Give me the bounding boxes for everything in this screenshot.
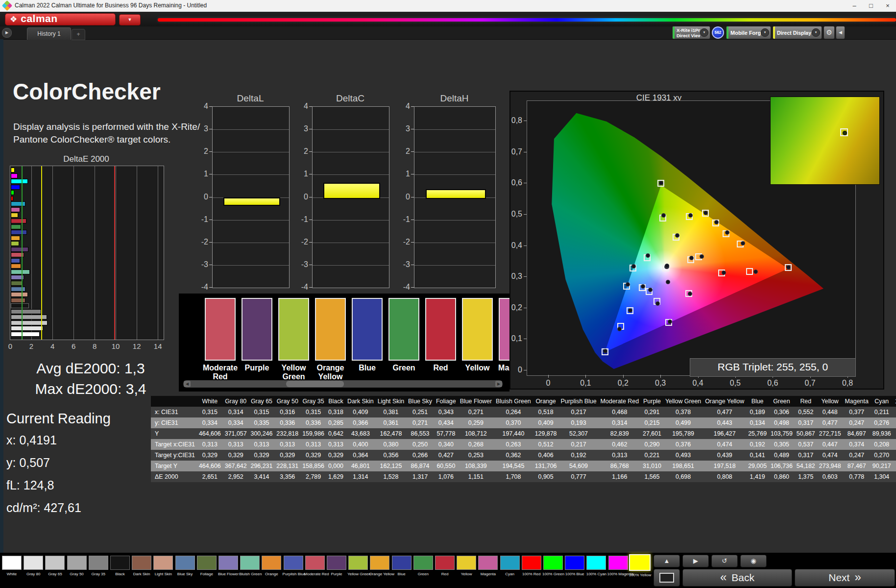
swatch-blue[interactable] [352, 298, 383, 361]
palette-patch [565, 556, 584, 570]
back-button[interactable]: « Back [682, 569, 792, 587]
palette-item-black[interactable]: Black [109, 556, 131, 576]
swatch-orange-yellow[interactable] [315, 298, 346, 361]
palette-item-blue[interactable]: Blue [391, 556, 412, 576]
play-icon: ▶ [693, 557, 698, 564]
table-cell: 0,642 [326, 428, 345, 439]
table-cell: 0,313 [274, 439, 300, 450]
table-cell: 1,166 [599, 471, 641, 482]
source-dropdown[interactable]: Mobile Forge ▼ [726, 26, 771, 39]
table-cell: 0,512 [533, 439, 559, 450]
palette-item-cyan[interactable]: Cyan [499, 556, 521, 576]
palette-item-dark-skin[interactable]: Dark Skin [131, 556, 152, 576]
axis-tick [411, 129, 414, 129]
palette-item-orange-yellow[interactable]: Orange Yellow [369, 556, 390, 576]
palette-item-green[interactable]: Green [412, 556, 434, 576]
table-row: ΔE 20002,6512,9523,4143,3562,7891,6291,3… [151, 471, 896, 482]
source-label: Mobile Forge [728, 30, 761, 36]
palette-item-orange[interactable]: Orange [261, 556, 282, 576]
palette-item-magenta[interactable]: Magenta [477, 556, 499, 576]
maximize-button[interactable]: □ [863, 0, 879, 11]
axis-tick-label: 0,5 [506, 210, 522, 219]
record-button[interactable]: ◉ [740, 555, 767, 567]
palette-item-gray-35[interactable]: Gray 35 [88, 556, 109, 576]
axis-tick [309, 242, 312, 243]
scroll-right-icon[interactable]: ▶ [495, 381, 502, 387]
swatch-green[interactable] [388, 298, 419, 361]
eject-button[interactable]: ▲ [654, 555, 680, 567]
loop-button[interactable]: ↺ [711, 555, 738, 567]
palette-item-gray-50[interactable]: Gray 50 [66, 556, 88, 576]
workflow-dropdown[interactable]: Direct Display Control ▼ [773, 26, 822, 39]
table-cell: 131,706 [533, 461, 559, 471]
de-bar-100-yellow [11, 168, 15, 172]
close-button[interactable]: × [879, 0, 896, 11]
cie-measured-dot [753, 270, 758, 274]
swatch-scrollbar[interactable]: ◀ ▶ [183, 380, 503, 388]
palette-item-blue-sky[interactable]: Blue Sky [174, 556, 196, 576]
swatch-purple[interactable] [242, 298, 272, 361]
calman-menu-button[interactable]: ❖ calman [5, 13, 116, 25]
palette-item-100-red[interactable]: 100% Red [521, 556, 542, 576]
swatch-red[interactable] [425, 298, 456, 361]
swatch-label: Moderate Red [202, 364, 239, 381]
swatch-yellow-green[interactable] [278, 298, 309, 361]
swatch-moderate-red[interactable] [205, 298, 236, 361]
axis-tick-label: 0,5 [730, 379, 741, 388]
tab-scroll-button[interactable]: ▶ [2, 28, 12, 38]
palette-item-red[interactable]: Red [434, 556, 456, 576]
palette-item-100-cyan[interactable]: 100% Cyan [585, 556, 607, 576]
palette-item-bluish-green[interactable]: Bluish Green [239, 556, 261, 576]
next-button[interactable]: Next » [795, 569, 895, 587]
palette-item-yellow[interactable]: Yellow [456, 556, 477, 576]
pattern-window-button[interactable] [654, 569, 680, 587]
table-cell: 0,499 [663, 417, 703, 428]
table-cell: 0,439 [703, 450, 746, 461]
table-cell: 29,005 [746, 461, 769, 471]
table-cell: 0,285 [326, 417, 345, 428]
palette-item-foliage[interactable]: Foliage [196, 556, 218, 576]
palette-patch [586, 556, 606, 570]
axis-tick [309, 174, 312, 174]
axis-tick [209, 197, 212, 197]
palette-item-100-magenta[interactable]: 100% Magenta [607, 556, 629, 576]
palette-item-purple[interactable]: Purple [326, 556, 347, 576]
meter-dropdown[interactable]: X-Rite i1Pro 3Direct View ▼ [672, 26, 710, 39]
add-tab-button[interactable]: + [72, 29, 85, 40]
de-bar-100-green [11, 190, 14, 195]
table-cell: 0,808 [703, 471, 746, 482]
axis-tick [411, 220, 414, 220]
palette-item-gray-80[interactable]: Gray 80 [23, 556, 44, 576]
minimize-button[interactable]: – [846, 0, 863, 11]
table-cell: 0,290 [641, 439, 663, 450]
swatch-yellow[interactable] [462, 298, 493, 361]
gear-icon[interactable]: ⚙ [823, 26, 835, 39]
scrollbar-thumb[interactable] [286, 381, 344, 387]
palette-item-purplish-blue[interactable]: Purplish Blue [283, 556, 304, 576]
axis-tick-label: 2 [295, 147, 308, 156]
palette-item-100-green[interactable]: 100% Green [542, 556, 564, 576]
tab-history-1[interactable]: History 1 [27, 27, 71, 40]
pattern-count-badge[interactable]: 562 [712, 26, 724, 39]
palette-item-blue-flower[interactable]: Blue Flower [218, 556, 239, 576]
palette-item-yellow-green[interactable]: Yellow Green [347, 556, 369, 576]
column-header: 100% Red [893, 396, 896, 407]
collapse-panel-button[interactable]: ◀ [836, 26, 845, 39]
row-label: x: CIE31 [151, 407, 197, 417]
column-header: Orange Yellow [703, 396, 746, 407]
palette-item-light-skin[interactable]: Light Skin [152, 556, 174, 576]
play-button[interactable]: ▶ [682, 555, 709, 567]
palette-item-100-blue[interactable]: 100% Blue [564, 556, 585, 576]
axis-tick-label: -1 [397, 215, 410, 224]
table-cell: 0,000 [326, 461, 345, 471]
column-header: Purple [641, 396, 663, 407]
axis-tick-label: -2 [195, 238, 208, 246]
table-cell: 0,221 [641, 450, 663, 461]
palette-item-white[interactable]: White [1, 556, 23, 576]
palette-item-100-yellow[interactable]: 100% Yellow [629, 556, 651, 577]
chart-title-deltac: DeltaC [302, 93, 398, 104]
palette-item-gray-65[interactable]: Gray 65 [44, 556, 66, 576]
palette-item-moderate-red[interactable]: Moderate Red [304, 556, 326, 576]
calman-menu-dropdown[interactable]: ▼ [119, 14, 141, 25]
scroll-left-icon[interactable]: ◀ [184, 381, 191, 387]
